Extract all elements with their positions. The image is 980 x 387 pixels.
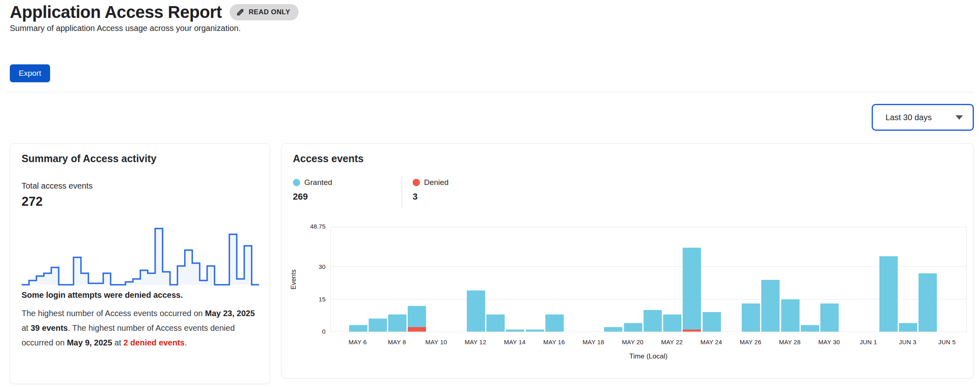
x-tick: JUN 5 [927,339,967,345]
bar-may-6 [349,325,367,332]
gridline [331,299,966,299]
bar-may-12 [467,290,485,332]
y-tick: 15 [301,296,325,303]
bar-may-9 [408,306,426,332]
granted-segment [761,280,780,332]
denied-count: 3 [413,191,448,202]
granted-segment [604,327,622,332]
granted-segment [879,256,898,332]
pencil-off-icon [236,8,245,17]
granted-segment [899,323,917,332]
denied-events-count: 2 denied events [123,338,185,347]
x-tick: MAY 8 [377,339,416,345]
x-tick: MAY 20 [613,339,652,345]
denied-segment [683,330,701,332]
granted-segment [644,310,662,332]
x-tick: MAY 26 [731,339,770,345]
bar-may-21 [644,310,662,332]
bar-may-28 [781,299,800,332]
granted-segment [408,306,426,328]
granted-count: 269 [293,191,332,202]
granted-segment [624,323,642,332]
summary-detail-text: The highest number of Access events occu… [22,306,263,350]
y-tick: 0 [301,328,325,335]
denied-segment [408,327,426,332]
granted-segment [526,330,544,332]
bar-jun-2 [879,256,898,332]
granted-segment [918,273,937,332]
granted-segment [683,248,701,330]
granted-segment [820,303,839,332]
x-tick: JUN 3 [888,339,927,345]
x-tick: MAY 14 [495,339,534,345]
granted-segment [663,314,681,332]
time-range-value: Last 30 days [886,113,932,122]
total-access-events-label: Total access events [22,181,93,191]
bar-may-19 [604,327,622,332]
x-axis-label: Time (Local) [330,352,967,361]
granted-segment [369,319,387,332]
x-tick: MAY 12 [456,339,495,345]
x-tick: MAY 6 [338,339,377,345]
y-axis-label-wrap: Events [286,227,302,332]
legend-item-denied: Denied 3 [413,178,448,202]
bar-may-23 [683,248,701,332]
bar-may-15 [526,330,544,332]
granted-segment [388,314,407,332]
granted-segment [506,330,524,332]
granted-segment [486,314,505,332]
application-access-report-page: Application Access Report READ ONLY Summ… [0,0,980,387]
total-access-events-value: 272 [22,194,43,209]
bar-may-14 [506,330,524,332]
highest-events-date: May 23, 2025 [205,309,255,318]
plot-area [330,227,967,332]
x-tick: MAY 16 [534,339,573,345]
gridline [331,266,966,267]
bar-may-22 [663,314,681,332]
bar-jun-4 [918,273,937,332]
y-tick: 30 [301,263,325,270]
x-tick: MAY 28 [770,339,809,345]
page-subtitle: Summary of application Access usage acro… [10,24,241,33]
denied-legend-label: Denied [424,178,448,187]
bar-may-13 [486,314,505,332]
granted-segment [742,303,760,332]
chevron-down-icon [956,115,963,120]
highest-denied-date: May 9, 2025 [67,338,112,347]
x-tick: JUN 1 [849,339,888,345]
access-events-card: Access events Granted 269 Denied 3 Event… [281,143,974,378]
x-tick: MAY 30 [810,339,849,345]
access-activity-sparkline [22,226,259,286]
read-only-badge: READ ONLY [230,4,298,20]
export-button[interactable]: Export [10,64,50,82]
granted-segment [781,299,800,332]
x-tick: MAY 18 [574,339,613,345]
legend-item-granted: Granted 269 [293,178,332,202]
x-tick: MAY 10 [417,339,456,345]
access-events-title: Access events [293,153,364,165]
bar-may-24 [703,312,721,332]
header-divider [6,92,974,92]
time-range-dropdown[interactable]: Last 30 days [872,104,974,131]
page-header: Application Access Report READ ONLY [10,2,299,22]
bar-may-30 [820,303,839,332]
bar-may-27 [761,280,780,332]
summary-of-access-activity-card: Summary of Access activity Total access … [10,143,270,384]
bar-may-29 [801,325,819,332]
granted-legend-label: Granted [304,178,332,187]
granted-segment [703,312,721,332]
bar-may-8 [388,314,407,332]
granted-segment [467,290,485,332]
x-tick: MAY 24 [692,339,731,345]
summary-card-title: Summary of Access activity [22,153,156,165]
read-only-badge-label: READ ONLY [248,8,290,16]
granted-legend-dot [293,179,300,186]
granted-segment [545,314,564,332]
bar-jun-3 [899,323,917,332]
granted-segment [349,325,367,332]
denied-legend-dot [413,179,420,186]
highest-events-count: 39 events [31,323,68,332]
bar-may-7 [369,319,387,332]
bar-may-26 [742,303,760,332]
granted-segment [801,325,819,332]
